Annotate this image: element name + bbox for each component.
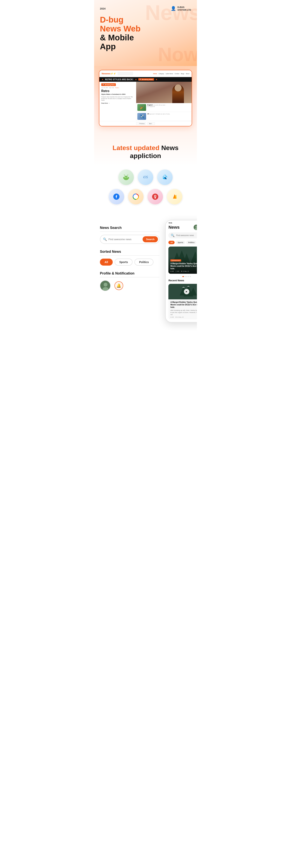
ios-icon: iOS [138, 169, 153, 185]
nav-home[interactable]: Home [153, 73, 157, 74]
phone-title: News [168, 225, 180, 230]
prev-button[interactable]: ← Previous [136, 122, 146, 125]
avatar-image [100, 281, 110, 291]
svg-rect-6 [123, 177, 124, 179]
nav-about[interactable]: About [186, 73, 189, 74]
svg-line-4 [124, 175, 125, 176]
arc-icon [128, 189, 143, 205]
flutter-icon [157, 169, 173, 185]
phone-news-card: ▶ A Margot Robbie 'Harley Quinn' Movie c… [168, 284, 197, 319]
dot-5 [190, 276, 191, 277]
latest-title: Latest updated News appliction [98, 144, 193, 160]
brand-text: D-BUG STATION LTD [177, 6, 191, 11]
browser-logo: Newwws⚡⚡ [102, 72, 116, 75]
phone-avatar[interactable] [194, 225, 197, 230]
star-right: ★ [135, 79, 137, 81]
nav-contact[interactable]: Contact [174, 73, 179, 74]
phone-recent-card-desc: After breaking up with Joker, Harley Qui… [170, 309, 197, 316]
phone-search-bar[interactable]: 🔍 Search [168, 232, 197, 239]
star-right2: ★ [156, 79, 158, 81]
phone-featured-date: 🗓 12 Mar, 23 [181, 271, 189, 272]
search-icon: 🔍 [103, 238, 107, 241]
android-icon [118, 169, 134, 185]
phone-featured-title: A Margot Robbie 'Harley Quinn' Movie cou… [170, 262, 197, 270]
nav-category[interactable]: Category [159, 73, 164, 74]
phone-featured-overlay: Entertainment A Margot Robbie 'Harley Qu… [168, 257, 197, 274]
browser-read-more[interactable]: Read More → [101, 102, 134, 104]
browser-search-bar[interactable] [118, 72, 133, 75]
phone-featured-meta: ♥ 245 ⬡ 245 🗓 12 Mar, 23 [170, 271, 197, 272]
phone-news-card-body: A Margot Robbie 'Harley Quinn' Movie cou… [168, 299, 197, 319]
svg-rect-18 [155, 197, 156, 198]
latest-title-black2: News [161, 144, 179, 151]
hero-brand: 👤 D-BUG STATION LTD [171, 6, 191, 11]
browser-side-item-1: 🏏 England close with 126-run lead – as i… [136, 103, 192, 112]
page-wrapper: 2024 👤 D-BUG STATION LTD News D-bug News… [94, 0, 197, 330]
nav-latest-news[interactable]: Latest News [166, 73, 173, 74]
phone-search-input[interactable] [176, 234, 197, 237]
browser-side-news: 🏏 England close with 126-run lead – as i… [136, 103, 192, 121]
phone-tab-sports[interactable]: Sports [176, 241, 185, 244]
hero-title-line3: & Mobile [100, 33, 191, 42]
notification-bell[interactable]: 🔔 [115, 281, 123, 290]
facebook-icon [109, 189, 124, 205]
phone-tab-politics[interactable]: Politics [186, 241, 196, 244]
browser-article-subheadline: Styles Make a Comeback in 2024 [101, 93, 134, 95]
dot-3 [187, 276, 187, 277]
phone-recent-card-title: A Margot Robbie 'Harley Quinn' Movie cou… [170, 301, 197, 309]
browser-article-headline: Retro [101, 89, 134, 93]
star-left: ★ [102, 79, 104, 81]
sorted-news-section: Sorted News All Sports Politics [100, 250, 159, 266]
next-button[interactable]: Next → [148, 122, 155, 125]
breaking-news-pill: 📢 Breaking News [138, 78, 154, 81]
banner-text: RETRO STYLES ARE BACK! [105, 79, 133, 81]
dot-1 [182, 276, 184, 277]
news-search-label: News Search [100, 226, 159, 232]
phone-news-card-image: ▶ [168, 284, 197, 299]
phone-recent-likes: ♥ 245 [170, 316, 174, 318]
phone-recent-header: Recent News See all [168, 279, 197, 282]
news-search-section: News Search 🔍 Search [100, 226, 159, 244]
hero-title-block: D-bug News Web & Mobile App [100, 16, 191, 51]
browser-nav-links: Home Category Latest News Contact Blogs … [153, 73, 189, 74]
svg-point-14 [135, 196, 137, 198]
phone-search-icon: 🔍 [171, 234, 174, 237]
browser-hero-banner: ★ RETRO STYLES ARE BACK! ★ 📢 Breaking Ne… [99, 77, 192, 82]
profile-notification: 🔔 [100, 280, 159, 291]
latest-title-orange: Latest updated [112, 144, 159, 151]
phone-recent-title: Recent News [168, 279, 184, 282]
nav-blogs[interactable]: Blogs [181, 73, 184, 74]
latest-section: Latest updated News appliction [94, 134, 197, 165]
england-thumb: 🏏 [137, 104, 146, 111]
phone-tab-all[interactable]: All [168, 241, 174, 244]
england-sub: as it happened [147, 106, 166, 107]
brand-icon: 👤 [171, 6, 176, 11]
phone-recent-date: 🗓 12 Mar, 23 [175, 316, 184, 318]
profile-notification-section: Profile & Notification � [100, 271, 159, 291]
dot-2 [185, 276, 186, 277]
svg-point-20 [104, 283, 107, 286]
svg-point-3 [127, 177, 127, 178]
ios-text: iOS [143, 176, 148, 179]
profile-avatar[interactable] [100, 280, 110, 291]
phone-header: News 🔔 [168, 225, 197, 230]
filter-politics[interactable]: Politics [134, 258, 154, 266]
phone-time: 9:41 [169, 222, 172, 224]
svg-marker-9 [162, 174, 165, 177]
hero-top-bar: 2024 👤 D-BUG STATION LTD [100, 6, 191, 11]
svg-marker-8 [165, 174, 168, 177]
phone-featured-shares: ⬡ 245 [175, 271, 179, 272]
search-box[interactable]: 🔍 Search [100, 235, 159, 244]
phone-play-button[interactable]: ▶ [184, 289, 189, 294]
hero-title-line2: News Web [100, 24, 191, 33]
phone-featured-card: Entertainment A Margot Robbie 'Harley Qu… [168, 247, 197, 274]
latest-title-black3: appliction [130, 152, 161, 159]
search-input[interactable] [108, 238, 141, 241]
filter-all[interactable]: All [100, 258, 113, 266]
search-button[interactable]: Search [142, 236, 158, 242]
browser-pagination: ← Previous Next → [99, 121, 192, 126]
hero-title-line4: App [100, 42, 191, 51]
filter-buttons: All Sports Politics [100, 258, 159, 266]
phone-featured-likes: ♥ 245 [170, 271, 174, 272]
filter-sports[interactable]: Sports [115, 258, 132, 266]
